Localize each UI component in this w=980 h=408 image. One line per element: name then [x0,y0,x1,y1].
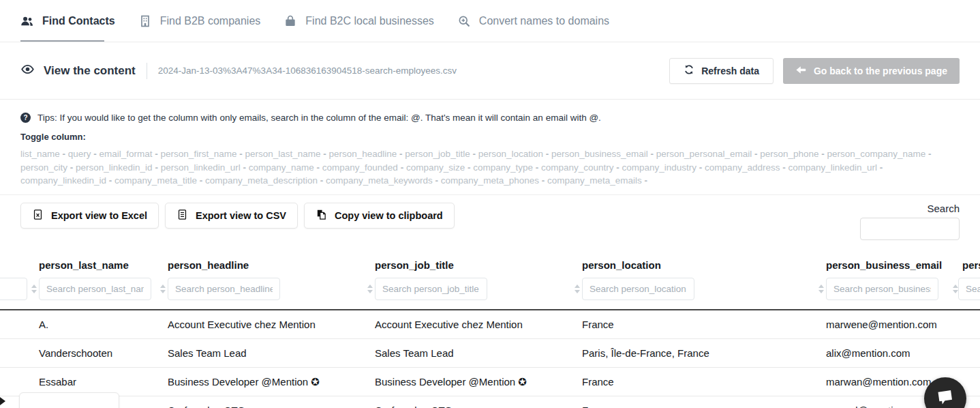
toggle-column-link[interactable]: person_phone [760,149,818,159]
active-tab-underline [20,40,104,42]
top-tab-bar: Find Contacts Find B2B companies Find B2… [0,0,980,42]
refresh-data-button[interactable]: Refresh data [669,58,774,84]
toggle-separator: - [91,149,99,159]
column-filter-input[interactable] [0,278,27,300]
toggle-column-link[interactable]: person_location [478,149,543,159]
cell-person-headline: Account Executive chez Mention [158,319,365,330]
toggle-column-link[interactable]: company_meta_title [114,175,197,186]
toggle-column-link[interactable]: person_first_name [161,149,237,159]
copy-clipboard-button[interactable]: Copy view to clipboard [304,203,455,229]
cell-person-last-name: Essabar [29,376,158,388]
toggle-column-link[interactable]: person_last_name [245,149,320,159]
export-csv-button[interactable]: Export view to CSV [165,203,298,229]
toggle-column-link[interactable]: company_founded [322,162,398,173]
cell-person-job-title: Business Developer @Mention ✪ [365,376,572,388]
cell-person-job-title: Sales Team Lead [365,347,572,359]
sort-control[interactable] [365,285,375,293]
toggle-column-link[interactable]: person_linkedin_url [161,162,241,173]
export-excel-button[interactable]: Export view to Excel [20,203,159,229]
toggle-column-link[interactable]: company_type [473,162,533,173]
toggle-separator: - [533,162,541,173]
toggle-column-link[interactable]: person_city [20,162,67,173]
column-filter-input[interactable] [375,278,487,300]
toggle-separator: - [433,175,441,186]
column-filter-input[interactable] [582,278,694,300]
toggle-separator: - [197,175,205,186]
toggle-separator: - [241,162,249,173]
column-filter-input[interactable] [168,278,280,300]
sort-control[interactable] [953,285,958,293]
toggle-column-link[interactable]: company_address [705,162,780,173]
column-person-last-name: person_last_name [29,259,158,300]
tab-find-contacts[interactable]: Find Contacts [20,14,115,28]
sort-control[interactable] [29,285,39,293]
search-input[interactable] [860,218,960,240]
toggle-separator: - [696,162,705,173]
toggle-column-link[interactable]: company_meta_description [205,175,318,186]
toggle-separator: - [819,149,827,159]
toggle-separator: - [67,162,76,173]
toggle-column-link[interactable]: company_size [406,162,465,173]
toggle-separator: - [465,162,473,173]
arrow-left-icon [795,64,807,78]
toggle-column-link[interactable]: person_personal_email [656,149,752,159]
tab-convert-names-to-domains[interactable]: Convert names to domains [457,14,609,28]
toggle-separator: - [314,162,322,173]
toggle-column-link[interactable]: person_headline [328,149,397,159]
search-plus-icon [457,14,471,28]
popup-arrow-icon [0,397,5,405]
cell-person-business-email: alix@mention.com [816,347,953,359]
table-row: Essabar Business Developer @Mention ✪ Bu… [0,368,980,396]
toggle-column-link[interactable]: email_format [99,149,153,159]
toggle-column-link[interactable]: company_meta_emails [547,175,642,186]
toggle-column-link[interactable]: company_linkedin_id [20,175,106,186]
cell-person-business-email: marwene@mention.com [816,319,953,330]
toggle-separator: - [614,162,622,173]
toggle-column-link[interactable]: person_job_title [405,149,470,159]
toggle-column-link[interactable]: company_industry [622,162,697,173]
cell-person-headline: Business Developer @Mention ✪ [158,376,365,388]
bag-icon [284,14,297,28]
sort-control[interactable] [158,285,168,293]
column-filter-input[interactable] [39,278,151,300]
toggle-column-link[interactable]: company_meta_phones [441,175,539,186]
table-body: A. Account Executive chez Mention Accoun… [0,309,980,408]
view-header-bar: View the content 2024-Jan-13-03%3A47%3A3… [0,42,980,100]
toggle-column-link[interactable]: query [68,149,91,159]
sort-control[interactable] [816,285,826,293]
toggle-column-link[interactable]: person_company_name [827,149,926,159]
column-partial-left [0,259,29,300]
data-table: person_last_name person_headline person_… [0,259,980,408]
toggle-column-link[interactable]: person_linkedin_id [76,162,153,173]
toggle-separator: - [397,149,405,159]
tips-text: Tips: If you would like to get the colum… [37,113,601,123]
toggle-separator: - [539,175,547,186]
toggle-column-link[interactable]: person_business_email [551,149,648,159]
toggle-separator: - [877,162,883,173]
toggle-column-link[interactable]: company_name [249,162,314,173]
toggle-separator: - [398,162,406,173]
page-title-text: View the content [44,64,136,78]
refresh-data-label: Refresh data [701,65,759,76]
toggle-column-link[interactable]: list_name [20,149,60,159]
toggle-column-link[interactable]: company_linkedin_url [788,162,877,173]
export-excel-label: Export view to Excel [51,210,147,221]
cell-person-last-name: Vanderschooten [29,347,158,359]
tab-find-b2b-companies[interactable]: Find B2B companies [138,14,261,28]
toggle-separator: - [236,149,245,159]
toggle-separator: - [752,149,760,159]
toggle-column-link[interactable]: company_meta_keywords [326,175,433,186]
sort-control[interactable] [572,285,582,293]
tab-find-b2c-local-businesses[interactable]: Find B2C local businesses [284,14,434,28]
go-back-button[interactable]: Go back to the previous page [783,58,960,84]
toggle-separator: - [925,149,931,159]
toggle-separator: - [60,149,68,159]
column-filter-input[interactable] [826,278,938,300]
go-back-label: Go back to the previous page [814,65,947,76]
tab-label: Find Contacts [42,15,115,27]
toggle-column-link[interactable]: company_country [541,162,614,173]
column-filter-input[interactable] [958,278,980,300]
column-person-headline: person_headline [158,259,365,300]
clipboard-copy-icon [316,209,327,222]
toggle-separator: - [318,175,326,186]
